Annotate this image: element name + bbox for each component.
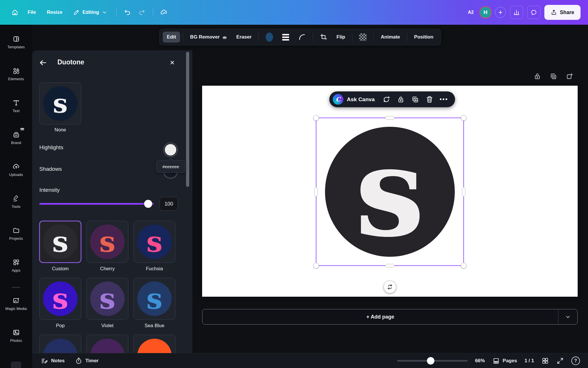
- preset-label: Cherry: [86, 266, 128, 272]
- duotone-preset-cherry[interactable]: s: [86, 221, 128, 263]
- intensity-slider[interactable]: [39, 203, 154, 205]
- help-button[interactable]: ?: [571, 356, 580, 365]
- sidebar-item-label: Photos: [10, 338, 22, 343]
- more-options-button[interactable]: •••: [440, 96, 448, 103]
- intensity-slider-thumb[interactable]: [144, 200, 152, 208]
- home-button[interactable]: [9, 6, 21, 19]
- zoom-slider[interactable]: [397, 360, 468, 362]
- editing-mode-menu[interactable]: Editing: [69, 6, 112, 18]
- unlock-page-button[interactable]: [532, 71, 542, 81]
- undo-button[interactable]: [121, 6, 134, 19]
- resize-handle-right[interactable]: [462, 187, 465, 196]
- collapse-pages-button[interactable]: [558, 314, 577, 320]
- eraser-button[interactable]: Eraser: [232, 32, 256, 43]
- notes-button[interactable]: Notes: [41, 357, 65, 365]
- comment-add-button[interactable]: [382, 95, 391, 103]
- ask-canva-button[interactable]: C Ask Canva: [333, 94, 376, 105]
- resize-handle-left[interactable]: [314, 187, 318, 196]
- duotone-preset-partial[interactable]: [39, 335, 81, 353]
- duotone-preset-partial[interactable]: [134, 335, 175, 353]
- zoom-slider-thumb[interactable]: [427, 357, 434, 365]
- transparency-button[interactable]: [355, 31, 371, 43]
- preset-circle: [90, 339, 125, 353]
- sidebar-item-text[interactable]: Text: [0, 99, 32, 113]
- duotone-preset-custom[interactable]: s: [39, 221, 81, 263]
- share-button-label: Share: [560, 9, 574, 16]
- resize-handle-bottom-left[interactable]: [313, 263, 319, 269]
- canva-logo-icon: C: [333, 94, 343, 105]
- animate-button[interactable]: Animate: [377, 32, 404, 43]
- panel-close-button[interactable]: ×: [167, 57, 177, 68]
- resize-handle-top-left[interactable]: [313, 115, 319, 121]
- spacing-icon: [282, 34, 289, 41]
- resize-handle-bottom[interactable]: [385, 264, 394, 267]
- resize-handle-top[interactable]: [385, 116, 394, 120]
- duotone-preset-violet[interactable]: s: [86, 278, 128, 320]
- redo-button[interactable]: [136, 6, 148, 19]
- timer-button[interactable]: Timer: [75, 357, 98, 365]
- duotone-preset-seablue[interactable]: s: [134, 278, 175, 320]
- duotone-preset-fuchsia[interactable]: s: [134, 221, 175, 263]
- photos-icon: [12, 329, 20, 336]
- duotone-preset-partial[interactable]: [86, 335, 128, 353]
- page-plus-icon: [566, 72, 573, 80]
- share-button[interactable]: Share: [544, 5, 581, 20]
- insights-button[interactable]: [510, 6, 523, 19]
- page-indicator: 1 / 1: [525, 358, 534, 364]
- position-button[interactable]: Position: [410, 32, 437, 43]
- preset-label: Violet: [86, 323, 128, 329]
- add-page-button[interactable]: + Add page: [202, 309, 578, 325]
- resize-handle-bottom-right[interactable]: [461, 263, 467, 269]
- sidebar-item-apps[interactable]: Apps: [0, 258, 32, 273]
- duotone-preset-pop[interactable]: s: [39, 278, 81, 320]
- panel-scrollbar[interactable]: [186, 52, 189, 187]
- color-swatch-button[interactable]: [262, 30, 277, 44]
- highlights-color-picker[interactable]: [165, 144, 176, 156]
- edit-tab[interactable]: Edit: [163, 32, 180, 43]
- add-member-button[interactable]: +: [495, 7, 506, 18]
- resize-handle-top-right[interactable]: [461, 115, 467, 121]
- duplicate-plus-icon: [550, 72, 557, 80]
- save-status-button[interactable]: [158, 6, 170, 19]
- rotate-handle[interactable]: [384, 281, 396, 293]
- sidebar-item-label: Projects: [9, 236, 23, 241]
- sidebar-item-templates[interactable]: Templates: [0, 35, 32, 49]
- preset-circle: s: [90, 281, 125, 316]
- bg-remover-button[interactable]: BG Remover: [186, 32, 231, 43]
- flip-button[interactable]: Flip: [332, 32, 349, 43]
- editing-mode-label: Editing: [82, 9, 99, 15]
- duplicate-page-button[interactable]: [548, 71, 558, 81]
- add-page-icon-button[interactable]: [564, 71, 574, 81]
- file-menu[interactable]: File: [23, 7, 40, 18]
- resize-menu[interactable]: Resize: [42, 7, 67, 18]
- intensity-value[interactable]: 100: [160, 197, 178, 211]
- shadows-label: Shadows: [39, 166, 62, 172]
- lock-button[interactable]: [396, 95, 405, 103]
- fullscreen-button[interactable]: [556, 357, 564, 365]
- pages-label: Pages: [503, 358, 517, 364]
- crop-button[interactable]: [316, 31, 331, 43]
- sidebar-item-elements[interactable]: Elements: [0, 67, 32, 81]
- status-bar: Notes Timer 66%: [32, 353, 588, 368]
- sidebar-item-magic-media[interactable]: Magic Media: [0, 297, 32, 311]
- comments-button[interactable]: [527, 6, 540, 19]
- sidebar-item-tools[interactable]: Tools: [0, 195, 32, 209]
- pages-button[interactable]: Pages: [492, 357, 517, 365]
- pages-icon: [492, 357, 500, 365]
- duplicate-button[interactable]: [411, 95, 419, 103]
- sidebar-item-partial: [11, 362, 21, 368]
- avatar[interactable]: H: [480, 7, 491, 18]
- highlights-label: Highlights: [39, 144, 63, 151]
- sidebar-item-photos[interactable]: Photos: [0, 329, 32, 343]
- grid-view-button[interactable]: [541, 357, 549, 365]
- delete-button[interactable]: [425, 95, 434, 103]
- sidebar-item-projects[interactable]: Projects: [0, 227, 32, 241]
- swatch-letter: s: [99, 284, 115, 313]
- curve-button[interactable]: [294, 31, 310, 43]
- duotone-none-option[interactable]: s: [39, 83, 81, 124]
- sidebar-item-brand[interactable]: co Brand: [0, 131, 32, 145]
- spacing-button[interactable]: [278, 31, 293, 43]
- panel-back-button[interactable]: [38, 57, 48, 68]
- sidebar-item-uploads[interactable]: Uploads: [0, 163, 32, 177]
- intensity-label: Intensity: [39, 187, 60, 193]
